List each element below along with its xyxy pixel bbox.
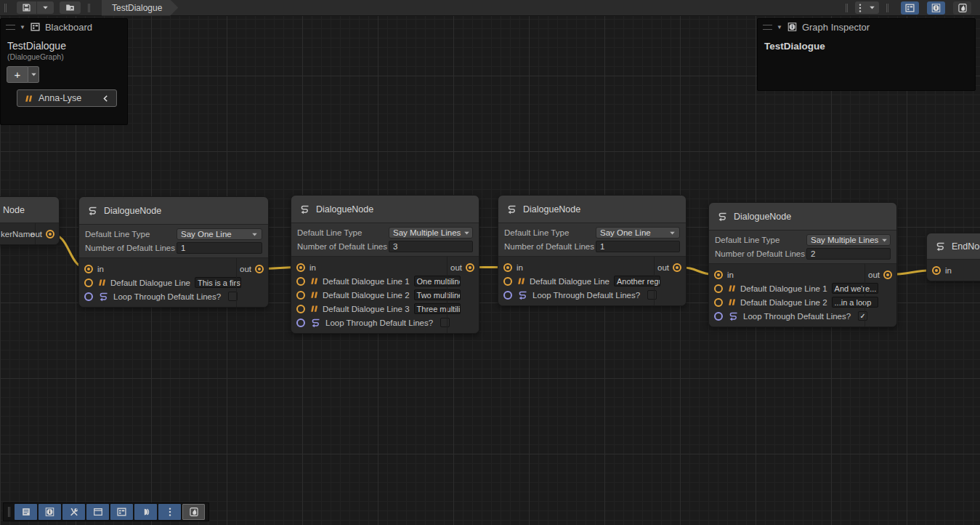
open-asset-button[interactable] [60, 1, 81, 14]
toolbar-drag-handle[interactable] [846, 4, 848, 12]
node-header[interactable]: EndNode [927, 233, 980, 260]
toolbar-drag-handle[interactable] [4, 4, 7, 12]
quote-icon [517, 277, 525, 285]
lines-count-field[interactable]: 1 [177, 242, 262, 254]
port-row: Loop Through Default Lines? [498, 288, 654, 302]
port-label: in [727, 270, 734, 279]
spark-button[interactable] [182, 504, 205, 520]
blackboard-icon [30, 22, 41, 32]
more-vertical-button[interactable] [158, 504, 181, 520]
line-type-dropdown[interactable]: Say Multiple Lines [389, 227, 473, 239]
transition-button[interactable] [134, 504, 157, 520]
graph-breadcrumb-tab[interactable]: TestDialogue [102, 0, 178, 16]
port-default-dialogue-line[interactable] [503, 277, 512, 286]
port-loop-through-default-lines[interactable] [503, 291, 512, 300]
line-type-dropdown[interactable]: Say One Line [596, 227, 680, 239]
port-label: Loop Through Default Lines? [325, 318, 433, 327]
graph-tab-label: TestDialogue [112, 3, 162, 13]
blackboard-header[interactable]: ▼ Blackboard [1, 19, 127, 35]
port-label: kerName [1, 230, 35, 239]
graph-node-dialogue2[interactable]: DialogueNodeDefault Line TypeSay Multipl… [291, 195, 479, 334]
chevron-left-icon[interactable] [102, 95, 110, 103]
console-button[interactable] [15, 504, 37, 520]
node-title: EndNode [952, 241, 980, 252]
port-label: Loop Through Default Lines? [113, 292, 221, 301]
port-label: in [517, 263, 523, 272]
property-label: Number of Default Lines [85, 244, 177, 252]
line-type-dropdown[interactable]: Say Multiple Lines [806, 234, 891, 246]
lines-count-field[interactable]: 2 [806, 248, 891, 260]
info-button[interactable] [39, 504, 61, 520]
blackboard-button[interactable] [110, 504, 133, 520]
drag-handle-icon[interactable] [763, 25, 772, 30]
quote-icon [24, 95, 33, 103]
collapse-caret-icon[interactable]: ▼ [777, 24, 782, 31]
node-header[interactable]: Node [0, 197, 59, 223]
port-row: Default Dialogue Line 1One multiline [291, 274, 447, 288]
lines-count-field[interactable]: 1 [596, 241, 680, 252]
port-in[interactable] [296, 263, 305, 272]
collapse-caret-icon[interactable]: ▼ [20, 24, 25, 31]
property-label: Number of Default Lines [504, 242, 596, 251]
graph-node-dialogue4[interactable]: DialogueNodeDefault Line TypeSay Multipl… [708, 202, 897, 327]
quote-icon [727, 284, 736, 292]
blackboard-variable-anna-lyse[interactable]: Anna-Lyse [17, 89, 117, 107]
graph-node-end[interactable]: EndNodein [926, 233, 980, 281]
tools-icon [69, 507, 79, 517]
bottom-toolbar [3, 502, 209, 521]
add-variable-button[interactable]: + [7, 66, 28, 83]
port-loop-through-default-lines[interactable] [84, 292, 93, 301]
add-variable-dropdown[interactable] [28, 66, 39, 83]
line-type-dropdown[interactable]: Say One Line [177, 228, 262, 240]
options-caret[interactable] [865, 1, 879, 14]
port-in[interactable] [714, 270, 723, 279]
graph-node-dialogue1[interactable]: DialogueNodeDefault Line TypeSay One Lin… [78, 196, 269, 308]
folder-open-icon [65, 3, 76, 12]
spark-icon [189, 507, 199, 517]
node-header[interactable]: DialogueNode [709, 203, 896, 231]
tools-button[interactable] [62, 504, 85, 520]
port-in[interactable] [503, 263, 512, 272]
drag-handle-icon[interactable] [6, 25, 15, 30]
port-in[interactable] [932, 266, 941, 275]
lines-count-field[interactable]: 3 [389, 241, 473, 252]
info-icon [44, 507, 55, 517]
port-out[interactable] [883, 270, 892, 279]
spark-toggle-button[interactable] [953, 1, 971, 15]
port-in[interactable] [84, 265, 93, 273]
toolbar-drag-handle[interactable] [8, 507, 10, 517]
more-vertical-icon [169, 507, 171, 517]
save-options-button[interactable] [36, 1, 54, 14]
port-row: Default Dialogue Line 2...in a loop [709, 295, 864, 309]
options-menu-button[interactable] [855, 1, 865, 14]
toolbar-drag-handle[interactable] [88, 4, 90, 12]
port-row: in [709, 268, 864, 281]
port-default-dialogue-line-1[interactable] [296, 277, 305, 286]
port-loop-through-default-lines[interactable] [296, 318, 305, 327]
save-button[interactable] [17, 1, 36, 14]
node-header[interactable]: DialogueNode [79, 197, 268, 225]
port-out[interactable] [673, 263, 681, 272]
info-icon [787, 22, 798, 32]
port-default-dialogue-line-1[interactable] [714, 284, 723, 293]
node-header[interactable]: DialogueNode [291, 196, 479, 223]
graph-node-speaker[interactable]: NodekerNameout [0, 196, 60, 245]
node-header[interactable]: DialogueNode [498, 196, 686, 223]
port-out[interactable] [255, 265, 264, 273]
info-toggle-button[interactable] [927, 1, 945, 15]
blackboard-toggle-button[interactable] [901, 1, 919, 15]
port-default-dialogue-line-2[interactable] [714, 298, 723, 307]
graph-inspector-header[interactable]: ▼ Graph Inspector [758, 19, 975, 35]
graph-node-dialogue3[interactable]: DialogueNodeDefault Line TypeSay One Lin… [498, 195, 687, 306]
port-out[interactable] [466, 263, 474, 272]
top-toolbar: TestDialogue [0, 0, 980, 16]
window-button[interactable] [86, 504, 109, 520]
port-label: out [657, 263, 669, 272]
port-loop-through-default-lines[interactable] [714, 312, 723, 321]
port-default-dialogue-line-3[interactable] [296, 305, 305, 313]
dialogue-line-field[interactable]: This is a first [195, 277, 241, 288]
toolbar-drag-handle[interactable] [886, 4, 888, 12]
port-default-dialogue-line-2[interactable] [296, 291, 305, 300]
port-default-dialogue-line[interactable] [84, 278, 93, 287]
port-out[interactable] [46, 230, 54, 239]
